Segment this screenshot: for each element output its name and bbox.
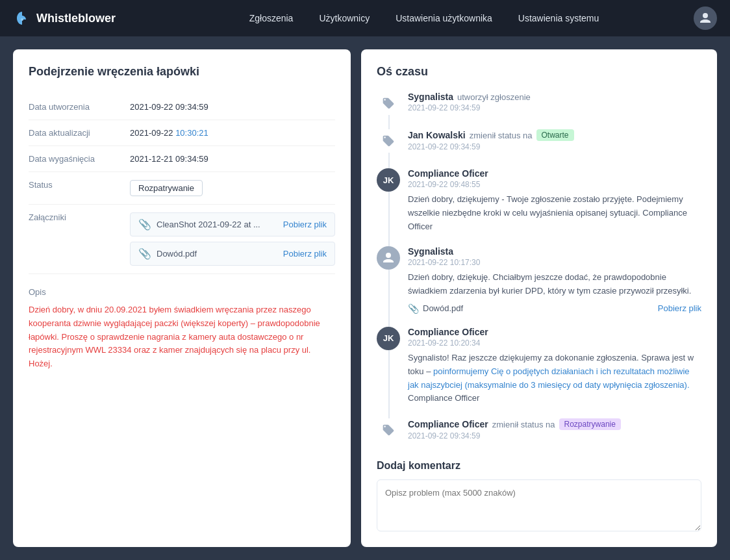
comment-section: Dodaj komentarz [377,460,701,534]
tag-icon-2 [382,134,395,147]
timeline-header-1: Sygnalista utworzył zgłoszenie [408,92,701,102]
main-layout: Podejrzenie wręczenia łapówki Data utwor… [0,36,730,560]
timeline-item-4: Sygnalista 2021-09-22 10:17:30 Dzień dob… [377,246,701,327]
brand-name: Whistleblower [36,12,116,25]
status-button[interactable]: Rozpatrywanie [130,180,203,196]
badge-6: Rozpatrywanie [559,418,621,430]
report-title: Podejrzenie wręczenia łapówki [29,65,335,79]
left-panel: Podejrzenie wręczenia łapówki Data utwor… [13,49,351,547]
avatar-5: JK [377,327,400,350]
avatar-1 [377,92,400,115]
paperclip-icon-2: 📎 [138,248,151,260]
svg-point-0 [21,18,23,21]
timeline-header-6: Compliance Oficer zmienił status na Rozp… [408,418,701,430]
timeline-content-5: Compliance Oficer 2021-09-22 10:20:34 Sy… [408,327,701,405]
tag-icon-1 [382,97,395,110]
attachment-item-2: 📎 Dowód.pdf Pobierz plik [130,242,335,266]
attachment-list: 📎 CleanShot 2021-09-22 at ... Pobierz pl… [130,212,335,266]
navbar-links: Zgłoszenia Użytkownicy Ustawienia użytko… [155,13,694,23]
attachment-item-1: 📎 CleanShot 2021-09-22 at ... Pobierz pl… [130,212,335,236]
date-3: 2021-09-22 09:48:55 [408,180,701,189]
attachment-name-tl: 📎 Dowód.pdf [408,303,463,314]
badge-2: Otwarte [536,129,574,141]
author-3: Compliance Oficer [408,168,488,179]
timeline-item-5: JK Compliance Oficer 2021-09-22 10:20:34… [377,327,701,418]
date-5: 2021-09-22 10:20:34 [408,338,701,348]
message-5: Sygnalisto! Raz jeszcze dziękujemy za do… [408,351,701,405]
action-6: zmienił status na [492,420,555,429]
paperclip-icon-tl: 📎 [408,303,419,314]
navbar: Whistleblower Zgłoszenia Użytkownicy Ust… [0,0,730,36]
action-2: zmienił status na [470,131,533,140]
timeline-item-2: Jan Kowalski zmienił status na Otwarte 2… [377,129,701,168]
message-3: Dzień dobry, dziękujemy - Twoje zgłoszen… [408,193,701,233]
timeline-content-1: Sygnalista utworzył zgłoszenie 2021-09-2… [408,92,701,116]
timeline-item-1: Sygnalista utworzył zgłoszenie 2021-09-2… [377,92,701,129]
attachment-name-2: 📎 Dowód.pdf [138,248,197,260]
attachment-filename-2: Dowód.pdf [157,249,197,259]
author-6: Compliance Oficer [408,419,488,429]
date-6: 2021-09-22 09:34:59 [408,431,701,440]
timeline-content-3: Compliance Oficer 2021-09-22 09:48:55 Dz… [408,168,701,233]
created-value: 2021-09-22 09:34:59 [130,102,208,112]
message-5-highlight: poinformujemy Cię o podjętych działaniac… [408,366,690,390]
avatar-2 [377,129,400,153]
author-4: Sygnalista [408,246,453,257]
timeline-header-5: Compliance Oficer [408,327,701,337]
paperclip-icon-1: 📎 [138,218,151,231]
timeline-content-6: Compliance Oficer zmienił status na Rozp… [408,418,701,444]
description-label: Opis [29,287,335,297]
date-1: 2021-09-22 09:34:59 [408,103,701,112]
author-1: Sygnalista [408,92,453,102]
user-avatar[interactable] [694,6,717,30]
timeline-header-3: Compliance Oficer [408,168,701,179]
download-tl[interactable]: Pobierz plik [658,303,701,313]
timeline-content-4: Sygnalista 2021-09-22 10:17:30 Dzień dob… [408,246,701,314]
updated-label: Data aktualizacji [29,128,120,138]
brand-icon [13,9,31,27]
action-1: utworzył zgłoszenie [457,92,531,102]
attachments-label: Załączniki [29,212,120,222]
date-4: 2021-09-22 10:17:30 [408,258,701,267]
timeline-content-2: Jan Kowalski zmienił status na Otwarte 2… [408,129,701,155]
comment-textarea[interactable] [377,479,701,531]
status-row: Status Rozpatrywanie [29,172,335,205]
date-2: 2021-09-22 09:34:59 [408,142,701,151]
expires-value: 2021-12-21 09:34:59 [130,154,208,164]
nav-users[interactable]: Użytkownicy [319,13,370,23]
status-label: Status [29,180,120,190]
attachment-file-tl: Dowód.pdf [423,303,463,313]
user-icon-4 [382,251,395,264]
timeline-title: Oś czasu [377,65,701,79]
message-4: Dzień dobry, dziękuję. Chciałbym jeszcze… [408,271,701,298]
updated-value: 2021-09-22 10:30:21 [130,128,208,138]
avatar-6 [377,418,400,442]
author-2: Jan Kowalski [408,130,466,140]
tag-icon-6 [382,424,395,437]
user-icon [699,12,712,25]
nav-user-settings[interactable]: Ustawienia użytkownika [396,13,492,23]
expires-row: Data wygaśnięcia 2021-12-21 09:34:59 [29,146,335,172]
download-link-2[interactable]: Pobierz plik [283,249,327,259]
attachment-filename-1: CleanShot 2021-09-22 at ... [157,220,260,229]
avatar-4 [377,246,400,270]
created-label: Data utworzenia [29,102,120,112]
updated-highlight: 10:30:21 [175,128,208,138]
brand: Whistleblower [13,9,116,27]
author-5: Compliance Oficer [408,327,488,337]
timeline-item-3: JK Compliance Oficer 2021-09-22 09:48:55… [377,168,701,246]
comment-title: Dodaj komentarz [377,460,701,472]
timeline-attachment-4: 📎 Dowód.pdf Pobierz plik [408,303,701,314]
timeline: Sygnalista utworzył zgłoszenie 2021-09-2… [377,92,701,444]
right-panel: Oś czasu Sygnalista utworzył zgłoszenie … [361,49,717,547]
attachments-row: Załączniki 📎 CleanShot 2021-09-22 at ...… [29,205,335,274]
description-section: Opis Dzień dobry, w dniu 20.09.2021 byłe… [29,287,335,371]
timeline-header-4: Sygnalista [408,246,701,257]
download-link-1[interactable]: Pobierz plik [283,220,327,229]
attachment-name-1: 📎 CleanShot 2021-09-22 at ... [138,218,260,231]
nav-system-settings[interactable]: Ustawienia systemu [518,13,599,23]
description-text: Dzień dobry, w dniu 20.09.2021 byłem świ… [29,303,335,371]
nav-submissions[interactable]: Zgłoszenia [249,13,294,23]
created-row: Data utworzenia 2021-09-22 09:34:59 [29,94,335,120]
expires-label: Data wygaśnięcia [29,154,120,164]
